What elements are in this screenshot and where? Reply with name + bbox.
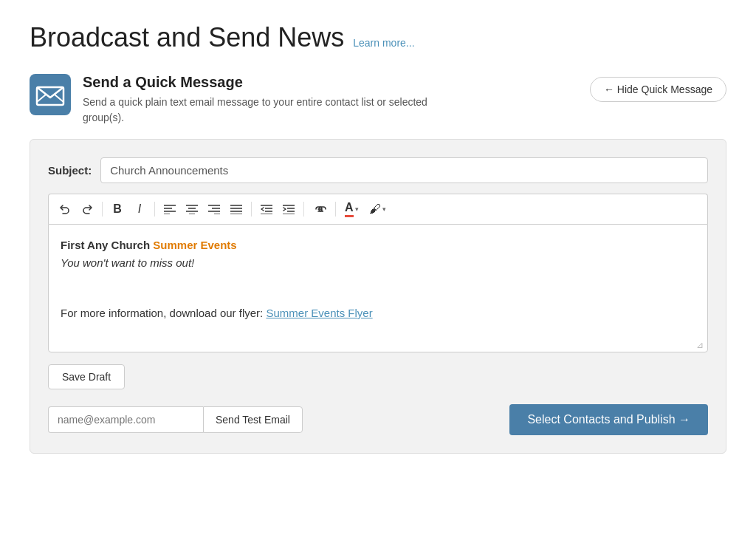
font-color-chevron-icon: ▾ (355, 205, 359, 213)
toolbar-divider-3 (251, 202, 252, 216)
font-color-button[interactable]: A ▾ (340, 199, 363, 219)
resize-handle-icon: ⊿ (696, 341, 705, 349)
editor-line3: For more information, download our flyer… (61, 304, 695, 322)
editor-area[interactable]: First Any Church Summer Events You won't… (48, 224, 708, 352)
highlight-chevron-icon: ▾ (382, 205, 386, 213)
subject-label: Subject: (48, 164, 92, 177)
subject-input[interactable] (100, 157, 708, 183)
select-contacts-publish-button[interactable]: Select Contacts and Publish → (509, 404, 708, 435)
bottom-row: Send Test Email Select Contacts and Publ… (48, 404, 708, 435)
quick-message-description: Send a quick plain text email message to… (83, 95, 437, 126)
toolbar-divider-4 (303, 202, 304, 216)
indent-decrease-button[interactable] (256, 199, 277, 219)
quick-message-title: Send a Quick Message (83, 74, 437, 91)
align-left-button[interactable] (159, 199, 180, 219)
editor-church-name: First Any Church (61, 239, 153, 251)
align-justify-button[interactable] (226, 199, 247, 219)
indent-increase-button[interactable] (278, 199, 299, 219)
test-email-input[interactable] (48, 406, 203, 433)
toolbar-divider-1 (102, 202, 103, 216)
undo-button[interactable] (55, 199, 75, 219)
form-panel: Subject: B I (30, 139, 726, 454)
svg-rect-0 (30, 74, 71, 115)
redo-button[interactable] (77, 199, 97, 219)
link-button[interactable] (309, 199, 331, 219)
subject-row: Subject: (48, 157, 708, 183)
page-title: Broadcast and Send News (30, 22, 344, 53)
bold-button[interactable]: B (107, 199, 128, 219)
learn-more-link[interactable]: Learn more... (353, 37, 414, 49)
italic-button[interactable]: I (129, 199, 150, 219)
send-test-email-button[interactable]: Send Test Email (203, 406, 303, 433)
test-email-group: Send Test Email (48, 406, 303, 433)
editor-toolbar: B I A ▾ (48, 194, 708, 224)
font-color-a-icon: A (345, 201, 354, 217)
save-draft-row: Save Draft (48, 364, 708, 389)
editor-line2: You won't want to miss out! (61, 254, 695, 272)
editor-content: First Any Church Summer Events You won't… (61, 236, 695, 340)
envelope-icon (30, 74, 71, 115)
highlight-color-button[interactable]: 🖌 ▾ (365, 199, 391, 219)
align-right-button[interactable] (204, 199, 224, 219)
hide-quick-message-button[interactable]: ← Hide Quick Message (590, 77, 726, 102)
align-center-button[interactable] (182, 199, 202, 219)
flyer-link[interactable]: Summer Events Flyer (266, 307, 372, 319)
editor-summer-events: Summer Events (153, 239, 236, 251)
toolbar-divider-2 (154, 202, 155, 216)
toolbar-divider-5 (335, 202, 336, 216)
quick-message-header: Send a Quick Message Send a quick plain … (30, 74, 726, 126)
save-draft-button[interactable]: Save Draft (48, 364, 125, 389)
highlight-icon: 🖌 (369, 202, 381, 216)
